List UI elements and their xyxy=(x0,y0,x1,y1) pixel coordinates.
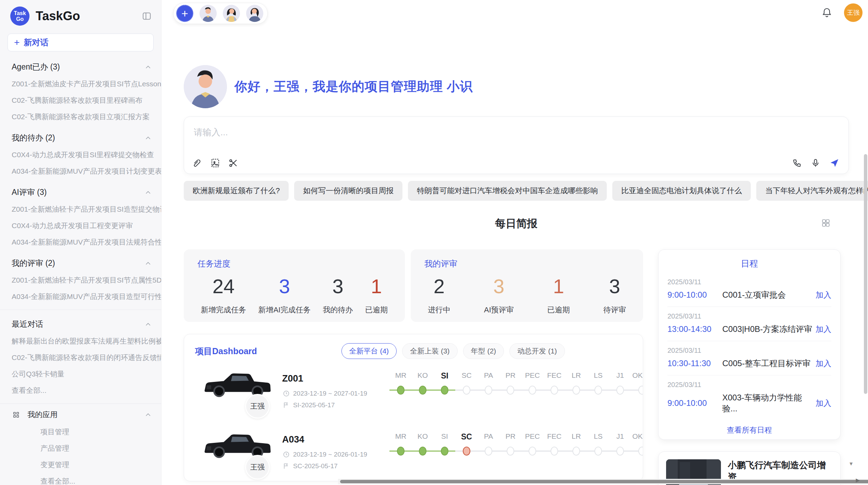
app-item-view-all[interactable]: 查看全部... xyxy=(0,473,161,485)
avatar[interactable] xyxy=(200,5,217,22)
app-item-project-mgmt[interactable]: 项目管理 xyxy=(0,424,161,440)
chevron-up-icon[interactable] xyxy=(145,413,151,416)
apps-grid-icon xyxy=(12,411,20,419)
stat-value: 24 xyxy=(201,275,246,297)
sidebar-item[interactable]: A034-全新新能源MUV产品开发项目法规符合性评审 xyxy=(0,234,161,250)
avatar[interactable] xyxy=(246,5,263,22)
layout-grid-icon[interactable] xyxy=(821,219,830,227)
divider xyxy=(0,310,161,310)
stat-label: AI预评审 xyxy=(484,305,514,315)
tab-new-body[interactable]: 全新上装 (3) xyxy=(402,343,458,359)
sidebar-item[interactable]: C0X4-动力总成开发项目SI里程碑提交物检查 xyxy=(0,147,161,163)
new-chat-button[interactable]: + 新对话 xyxy=(8,34,154,51)
send-icon[interactable] xyxy=(829,158,840,168)
join-link[interactable]: 加入 xyxy=(816,358,831,369)
chevron-up-icon[interactable] xyxy=(145,65,151,69)
schedule-card: 日程 2025/03/11 9:00-10:00 C001-立项审批会 加入 2… xyxy=(658,249,841,440)
milestone-PA: PA xyxy=(478,432,499,456)
vertical-scrollbar[interactable] xyxy=(864,21,867,459)
chevron-up-icon[interactable] xyxy=(145,191,151,194)
milestone-row: MRKOSISCPAPRPECFECLRLSJ1OKTB xyxy=(390,432,643,456)
chevron-up-icon[interactable] xyxy=(145,262,151,265)
sidebar-item[interactable]: 解释最新出台的欧盟报废车法规再生塑料比例被调至15%... xyxy=(0,333,161,349)
schedule-name: C001-立项审批会 xyxy=(722,289,816,300)
vertical-scrollbar-thumb[interactable] xyxy=(864,154,867,394)
scroll-down-arrow[interactable]: ▼ xyxy=(848,461,854,467)
attachment-icon[interactable] xyxy=(192,158,203,168)
app-item-change-mgmt[interactable]: 变更管理 xyxy=(0,457,161,473)
suggestion-chip[interactable]: 比亚迪全固态电池计划具体说了什么 xyxy=(612,181,751,201)
suggestion-chip[interactable]: 特朗普可能对进口汽车增税会对中国车企造成哪些影响 xyxy=(408,181,607,201)
suggestion-chip[interactable]: 如何写一份清晰的项目周报 xyxy=(294,181,402,201)
scissors-icon[interactable] xyxy=(228,158,238,168)
app-title: TaskGo xyxy=(36,9,142,23)
project-flag: SI-2025-05-17 xyxy=(283,401,335,409)
section-header[interactable]: 我的待办 (2) xyxy=(0,129,161,147)
chevron-up-icon[interactable] xyxy=(145,323,151,326)
quick-access-pill: + xyxy=(173,3,268,24)
chevron-up-icon[interactable] xyxy=(145,136,151,140)
microphone-icon[interactable] xyxy=(811,158,820,168)
project-row[interactable]: 王强 A034 2023-12-19 ~ 2026-01-19 SC-2025-… xyxy=(184,427,643,481)
sidebar-item[interactable]: 公司Q3轻卡销量 xyxy=(0,366,161,382)
view-all-schedule-link[interactable]: 查看所有日程 xyxy=(667,420,831,440)
sidebar-item[interactable]: C02-飞腾新能源轻客改款项目立项汇报方案 xyxy=(0,109,161,125)
tab-year-model[interactable]: 年型 (2) xyxy=(463,343,504,359)
schedule-date: 2025/03/11 xyxy=(667,278,831,286)
milestone-PA: PA xyxy=(478,371,499,395)
sidebar-item[interactable]: C02-飞腾新能源轻客改款项目里程碑画布 xyxy=(0,92,161,109)
notification-bell-icon[interactable] xyxy=(821,7,832,18)
scroll-right-arrow[interactable]: ▶ xyxy=(856,477,860,483)
my-review-card: 我的评审 2 进行中 3 AI预评审 1 已逾期 3 待评审 xyxy=(411,249,643,322)
sidebar-item[interactable]: Z001-全新燃油皮卡产品开发项目SI节点Lesson Learn报告 xyxy=(0,76,161,92)
user-avatar[interactable]: 王强 xyxy=(844,3,863,22)
horizontal-scrollbar[interactable]: ▶ xyxy=(338,479,868,484)
schedule-date: 2025/03/11 xyxy=(667,381,831,389)
schedule-date: 2025/03/11 xyxy=(667,347,831,355)
divider xyxy=(0,403,161,404)
sidebar-item[interactable]: A034-全新新能源MUV产品开发项目造型可行性评审 xyxy=(0,288,161,305)
sidebar-item[interactable]: Z001-全新燃油轻卡产品开发项目SI造型提交物评审 xyxy=(0,201,161,217)
suggestion-chip[interactable]: 当下年轻人对汽车外观有怎样的喜好趋势 xyxy=(756,181,868,201)
add-contact-button[interactable]: + xyxy=(176,5,193,22)
sidebar-item[interactable]: A034-全新新能源MUV产品开发项目计划变更表编写 xyxy=(0,163,161,179)
stat: 3 新增AI完成任务 xyxy=(258,275,311,315)
project-code: A034 xyxy=(282,434,304,445)
collapse-sidebar-icon[interactable] xyxy=(142,11,152,21)
section-header[interactable]: AI评审 (3) xyxy=(0,184,161,201)
chat-input-card xyxy=(184,116,849,174)
section-header[interactable]: 最近对话 xyxy=(0,315,161,333)
milestone-FEC: FEC xyxy=(543,432,565,456)
tab-new-platform[interactable]: 全新平台 (4) xyxy=(341,343,397,359)
project-flag-text: SI-2025-05-17 xyxy=(293,401,335,409)
schedule-time: 13:00-14:30 xyxy=(667,324,722,334)
sidebar-item-view-all[interactable]: 查看全部... xyxy=(0,382,161,399)
phone-icon[interactable] xyxy=(792,158,802,168)
image-icon[interactable] xyxy=(210,158,220,168)
section-header[interactable]: Agent已办 (3) xyxy=(0,58,161,76)
assistant-avatar xyxy=(184,65,227,108)
project-row[interactable]: 王强 Z001 2023-12-19 ~ 2027-01-19 SI-2025-… xyxy=(184,366,643,427)
app-item-product-mgmt[interactable]: 产品管理 xyxy=(0,440,161,457)
avatar[interactable] xyxy=(223,5,240,22)
milestone-OKTB: OKTB xyxy=(631,432,643,456)
chat-input[interactable] xyxy=(194,127,839,138)
join-link[interactable]: 加入 xyxy=(816,324,831,335)
suggestion-chip[interactable]: 欧洲新规最近颁布了什么? xyxy=(184,181,289,201)
stat: 1 已逾期 xyxy=(365,275,388,315)
milestone-PR: PR xyxy=(499,371,521,395)
join-link[interactable]: 加入 xyxy=(816,290,831,300)
join-link[interactable]: 加入 xyxy=(816,398,831,409)
section-header[interactable]: 我的评审 (2) xyxy=(0,254,161,272)
flag-icon xyxy=(283,463,290,470)
sidebar-item[interactable]: Z001-全新燃油轻卡产品开发项目SI节点属性5D文件评审 xyxy=(0,272,161,288)
stat-label: 已逾期 xyxy=(365,305,388,315)
sidebar-item[interactable]: C02-飞腾新能源轻客改款项目的闭环通告反馈情况 xyxy=(0,349,161,366)
sidebar-item-my-apps[interactable]: 我的应用 xyxy=(0,406,161,424)
schedule-title: 日程 xyxy=(667,258,831,269)
project-flag-text: SC-2025-05-17 xyxy=(293,462,338,470)
milestone-PR: PR xyxy=(499,432,521,456)
sidebar-item[interactable]: C0X4-动力总成开发项目工程变更评审 xyxy=(0,217,161,234)
horizontal-scrollbar-thumb[interactable] xyxy=(340,480,868,483)
tab-powertrain[interactable]: 动总开发 (1) xyxy=(509,343,565,359)
